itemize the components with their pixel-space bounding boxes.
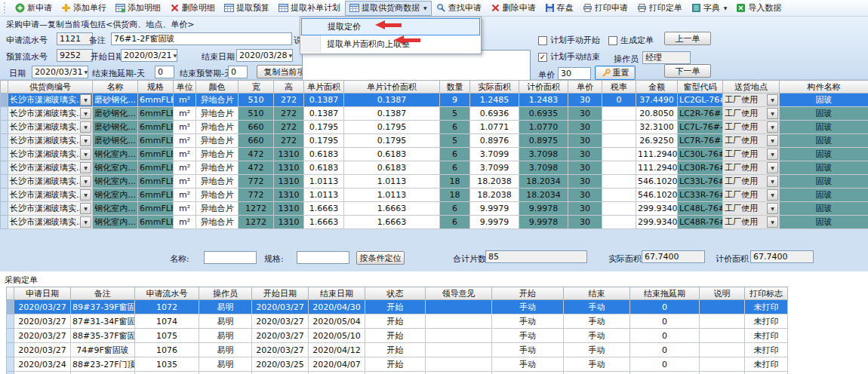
grid-column-header[interactable]: 宽: [239, 81, 274, 94]
grid-row[interactable]: 长沙市潇湘玻璃实...▼磨砂钢化...6mmFLE...m²异地合片660272…: [1, 121, 868, 134]
orders-column-header[interactable]: 状态: [365, 287, 426, 300]
chevron-down-icon[interactable]: ▼: [173, 53, 177, 58]
toolbar-button-add-detail[interactable]: 添加明细: [111, 1, 165, 16]
order-row[interactable]: 2020/03/2488#23-27F门顶玻1035易明2020/03/2520…: [7, 357, 788, 372]
row-selector[interactable]: [1, 161, 8, 175]
row-selector[interactable]: [1, 107, 8, 121]
row-selector[interactable]: [1, 216, 8, 229]
remark-input[interactable]: 76#1-2F窗固玻: [111, 32, 292, 45]
reset-button[interactable]: 重置: [595, 66, 636, 80]
manual-end-checkbox[interactable]: ✓ 计划手动结束: [538, 51, 600, 63]
toolbar-button-print-order[interactable]: 打印定单: [633, 1, 687, 16]
end-date-picker[interactable]: 2020/03/28▼: [236, 49, 293, 62]
dropdown-button[interactable]: ▼: [80, 176, 91, 187]
checkbox-unchecked-icon[interactable]: [608, 36, 617, 45]
dropdown-button[interactable]: ▼: [767, 135, 778, 146]
grid-column-header[interactable]: 金额: [636, 81, 678, 94]
dropdown-button[interactable]: ▼: [767, 108, 778, 119]
orders-column-header[interactable]: 说明: [700, 287, 745, 300]
dropdown-button[interactable]: ▼: [767, 176, 778, 187]
order-row[interactable]: 2020/03/2788#35-37F窗固玻1075易明2020/03/2720…: [7, 329, 788, 343]
toolbar-button-import-data[interactable]: 导入数据: [731, 1, 786, 16]
grid-column-header[interactable]: 计价面积: [519, 81, 568, 94]
next-order-button[interactable]: 下一单: [664, 64, 711, 78]
checkbox-unchecked-icon[interactable]: [538, 36, 547, 45]
grid-column-header[interactable]: 窗型代码: [678, 81, 723, 94]
dropdown-button[interactable]: ▼: [80, 94, 91, 106]
orders-column-header[interactable]: 开始日期: [252, 287, 309, 300]
grid-row[interactable]: 长沙市潇湘玻璃实...▼钢化室内...6mmFLE...m²异地合片127213…: [1, 216, 868, 229]
orders-column-header[interactable]: 开始: [492, 287, 564, 300]
grid-column-header[interactable]: 单片计价面积: [344, 81, 440, 94]
prev-order-button[interactable]: 上一单: [664, 32, 711, 45]
toolbar-button-add-row[interactable]: 添加单行: [57, 1, 111, 16]
grid-column-header[interactable]: 单片面积: [304, 81, 344, 94]
grid-column-header[interactable]: 高: [274, 81, 304, 94]
toolbar-button-save[interactable]: 存盘: [540, 1, 578, 16]
grid-column-header[interactable]: 实际面积: [470, 81, 519, 94]
order-row[interactable]: 2020/03/2787#31-34F窗固玻1074易明2020/03/2720…: [7, 314, 788, 329]
order-row[interactable]: 2020/03/2774#9F窗固玻1076易明2020/03/272020/0…: [7, 343, 788, 357]
order-row[interactable]: [7, 372, 788, 374]
toolbar-button-delete-request[interactable]: 删除申请: [486, 1, 540, 16]
toolbar-button-dictionary[interactable]: 字典▼: [687, 1, 732, 16]
grid-column-header[interactable]: 供货商编号: [8, 81, 93, 94]
grid-column-header[interactable]: 税率: [602, 81, 636, 94]
operator-input[interactable]: 经理: [642, 51, 691, 64]
row-selector[interactable]: [7, 314, 14, 329]
apply-no-input[interactable]: 1121: [57, 32, 93, 45]
grid-column-header[interactable]: 名称: [93, 81, 138, 94]
row-selector[interactable]: [1, 94, 8, 107]
chevron-down-icon[interactable]: ▼: [423, 5, 427, 11]
checkbox-checked-icon[interactable]: ✓: [538, 53, 547, 62]
row-selector[interactable]: [1, 202, 8, 216]
row-selector[interactable]: [1, 148, 8, 161]
dropdown-button[interactable]: ▼: [767, 189, 778, 201]
order-row[interactable]: 2020/03/2789#37-39F窗固玻1072易明2020/03/2720…: [7, 300, 788, 314]
dropdown-button[interactable]: ▼: [767, 94, 778, 106]
spec-filter-input[interactable]: [297, 251, 349, 264]
budget-no-input[interactable]: 9252: [57, 49, 93, 62]
orders-column-header[interactable]: 结束拖延期: [630, 287, 700, 300]
dropdown-button[interactable]: ▼: [80, 121, 91, 133]
dropdown-button[interactable]: ▼: [80, 216, 91, 228]
dropdown-button[interactable]: ▼: [80, 108, 91, 119]
row-selector[interactable]: [1, 134, 8, 148]
grid-column-header[interactable]: 单位: [174, 81, 196, 94]
orders-column-header[interactable]: 结束日期: [309, 287, 365, 300]
orders-column-header[interactable]: 申请流水号: [135, 287, 199, 300]
orders-column-header[interactable]: 申请日期: [14, 287, 71, 300]
dropdown-button[interactable]: ▼: [80, 189, 91, 201]
end-delay-input[interactable]: 0: [155, 66, 174, 78]
grid-row[interactable]: 长沙市潇湘玻璃实...▼磨砂钢化...6mmFLE...m²异地合片510272…: [1, 107, 868, 121]
dropdown-button[interactable]: ▼: [80, 149, 91, 160]
dropdown-button[interactable]: ▼: [80, 203, 91, 214]
row-selector[interactable]: [7, 329, 14, 343]
grid-row[interactable]: 长沙市潇湘玻璃实...▼钢化室内...6mmFLE...m²异地合片772131…: [1, 189, 868, 202]
dropdown-button[interactable]: ▼: [767, 203, 778, 214]
dropdown-button[interactable]: ▼: [767, 149, 778, 160]
grid-row[interactable]: 长沙市潇湘玻璃实...▼钢化室内...6mmFLE...m²异地合片472131…: [1, 161, 868, 175]
grid-column-header[interactable]: 规格: [138, 81, 174, 94]
date-picker[interactable]: 2020/03/31▼: [32, 66, 88, 78]
chevron-down-icon[interactable]: ▼: [84, 69, 88, 75]
menu-item-extract-area-roundup[interactable]: 提取单片面积向上取整: [301, 35, 480, 53]
toolbar-button-new-request[interactable]: 新申请: [11, 1, 57, 16]
toolbar-button-print-request[interactable]: 打印申请: [578, 1, 633, 16]
manual-start-checkbox[interactable]: 计划手动开始: [538, 35, 600, 46]
dropdown-button[interactable]: ▼: [767, 216, 778, 228]
toolbar-button-find-request[interactable]: 查找申请: [432, 1, 486, 16]
toolbar-button-extract-supplement[interactable]: 提取补单计划: [274, 1, 345, 16]
start-date-picker[interactable]: 2020/03/21▼: [121, 49, 177, 62]
orders-column-header[interactable]: 打印标志: [745, 287, 788, 300]
name-filter-input[interactable]: [204, 251, 257, 264]
grid-row[interactable]: 长沙市潇湘玻璃实...▼磨砂钢化...6mmFLE...m²异地合片660272…: [1, 134, 868, 148]
grid-row[interactable]: 长沙市潇湘玻璃实...▼钢化室内...6mmFLE...m²异地合片472131…: [1, 148, 868, 161]
grid-row[interactable]: 长沙市潇湘玻璃实...▼钢化室内...6mmFLE...m²异地合片127213…: [1, 202, 868, 216]
grid-row[interactable]: 长沙市潇湘玻璃实...▼磨砂钢化...6mmFLE...m²异地合片510272…: [1, 94, 868, 107]
price-input[interactable]: 30: [558, 67, 591, 80]
grid-column-header[interactable]: 数量: [440, 81, 470, 94]
locate-by-condition-button[interactable]: 按条件定位: [356, 251, 405, 265]
grid-column-header[interactable]: 送货地点: [723, 81, 780, 94]
grid-column-header[interactable]: 单价: [568, 81, 602, 94]
